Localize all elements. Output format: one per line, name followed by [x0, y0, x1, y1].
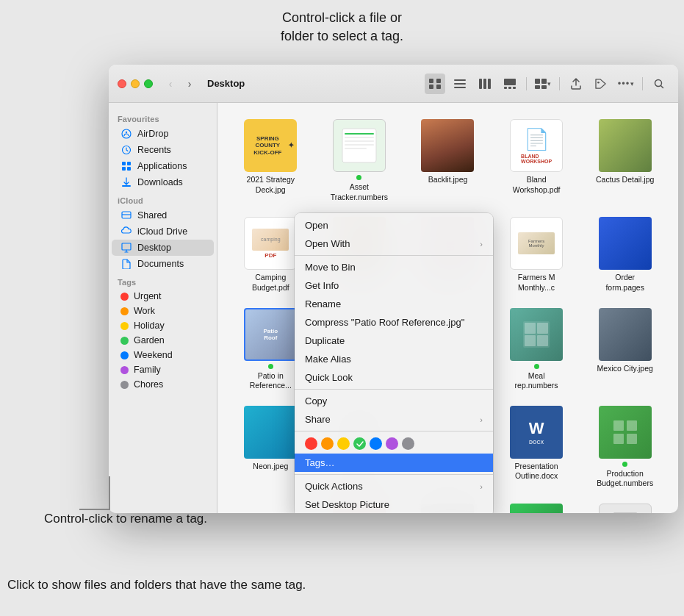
file-name: Backlit.jpeg — [428, 175, 468, 185]
sidebar-item-shared[interactable]: Shared — [112, 207, 214, 223]
maximize-button[interactable] — [144, 79, 153, 88]
close-button[interactable] — [118, 79, 126, 88]
menu-open-with[interactable]: Open With › — [295, 234, 493, 253]
sidebar-item-desktop[interactable]: Desktop — [112, 240, 214, 256]
file-item[interactable]: ZIP Work Archive.zip — [583, 499, 666, 513]
sidebar: Favourites AirDrop — [109, 103, 217, 513]
tag-color-green[interactable] — [353, 437, 366, 450]
svg-rect-24 — [127, 162, 131, 165]
svg-point-18 — [597, 81, 600, 83]
minimize-button[interactable] — [131, 79, 140, 88]
tag-button[interactable] — [591, 74, 611, 94]
forward-button[interactable]: › — [181, 75, 198, 93]
menu-quick-actions[interactable]: Quick Actions › — [295, 477, 493, 495]
view-list-button[interactable] — [450, 74, 470, 94]
shared-icon — [120, 209, 132, 221]
view-icons-button[interactable] — [425, 74, 445, 94]
file-item[interactable]: Mexico City.jpeg — [583, 304, 666, 395]
menu-compress[interactable]: Compress "Patio Roof Reference.jpg" — [295, 313, 493, 332]
share-button[interactable] — [566, 74, 586, 94]
svg-point-21 — [126, 132, 127, 133]
sidebar-item-documents[interactable]: Documents — [112, 256, 214, 272]
view-columns-button[interactable] — [475, 74, 495, 94]
desktop-icon — [120, 242, 132, 254]
holiday-dot — [120, 322, 129, 330]
sidebar-item-airdrop[interactable]: AirDrop — [112, 126, 214, 142]
svg-rect-47 — [627, 434, 637, 444]
holiday-label: Holiday — [134, 320, 165, 331]
menu-move-to-bin[interactable]: Move to Bin — [295, 258, 493, 276]
menu-get-info[interactable]: Get Info — [295, 276, 493, 295]
gallery-icon — [504, 79, 516, 89]
menu-separator-2 — [295, 389, 493, 390]
file-item[interactable]: Order form.pages — [583, 212, 666, 297]
sidebar-item-tag-weekend[interactable]: Weekend — [112, 348, 214, 362]
file-item[interactable]: FarmersMonthly Farmers M Monthly...c — [495, 212, 578, 297]
search-button[interactable] — [649, 74, 669, 94]
file-item[interactable]: Weekly Workout.numbers — [495, 499, 578, 513]
tag-color-orange[interactable] — [321, 437, 334, 450]
svg-rect-34 — [345, 144, 374, 146]
menu-rename[interactable]: Rename — [295, 295, 493, 313]
back-button[interactable]: ‹ — [162, 75, 179, 93]
sidebar-item-icloud-drive[interactable]: iCloud Drive — [112, 223, 214, 240]
menu-share[interactable]: Share › — [295, 410, 493, 429]
context-menu: Open Open With › Move to Bin Get Info Re… — [295, 213, 493, 513]
svg-rect-13 — [513, 87, 516, 89]
menu-open[interactable]: Open — [295, 216, 493, 234]
svg-rect-37 — [525, 323, 536, 334]
search-icon — [654, 79, 664, 89]
sidebar-item-tag-work[interactable]: Work — [112, 304, 214, 318]
menu-set-desktop-picture[interactable]: Set Desktop Picture — [295, 495, 493, 513]
submenu-arrow-share: › — [480, 415, 483, 424]
favourites-label: Favourites — [109, 109, 217, 126]
view-gallery-button[interactable] — [500, 74, 520, 94]
sidebar-item-recents[interactable]: Recents — [112, 142, 214, 158]
sidebar-item-downloads[interactable]: Downloads — [112, 174, 214, 190]
file-thumbnail: PatioRoof — [244, 308, 297, 361]
file-thumbnail — [599, 406, 652, 459]
submenu-arrow: › — [480, 240, 483, 248]
menu-quick-look[interactable]: Quick Look — [295, 368, 493, 387]
sidebar-item-applications[interactable]: Applications — [112, 158, 214, 174]
file-thumbnail: 📄 BLANDWORKSHOP — [510, 119, 563, 172]
sidebar-item-tag-holiday[interactable]: Holiday — [112, 318, 214, 333]
tag-color-red[interactable] — [305, 437, 317, 450]
menu-make-alias[interactable]: Make Alias — [295, 350, 493, 368]
file-item[interactable]: 📄 BLANDWORKSHOP Bland Workshop.pdf — [495, 115, 578, 207]
desktop-label: Desktop — [137, 243, 171, 253]
annotation-bottom-right: Control-click to rename a tag. — [44, 510, 207, 528]
menu-copy[interactable]: Copy — [295, 392, 493, 410]
svg-rect-35 — [345, 148, 367, 149]
svg-rect-32 — [345, 137, 374, 138]
icloud-drive-label: iCloud Drive — [137, 226, 187, 237]
tag-color-purple[interactable] — [386, 437, 398, 450]
tag-color-gray[interactable] — [402, 437, 414, 450]
tag-color-blue[interactable] — [370, 437, 382, 450]
tag-color-yellow[interactable] — [337, 437, 350, 450]
group-button[interactable]: ▾ — [533, 74, 553, 94]
menu-tags[interactable]: Tags… — [295, 454, 493, 472]
file-item[interactable]: SPRING COUNTY KICK-OFF✦ 2021 Strategy De… — [229, 115, 312, 207]
sidebar-item-tag-garden[interactable]: Garden — [112, 333, 214, 348]
svg-rect-39 — [525, 335, 536, 346]
sidebar-item-tag-chores[interactable]: Chores — [112, 377, 214, 392]
file-item[interactable]: Asset Tracker.numbers — [318, 115, 401, 207]
menu-duplicate[interactable]: Duplicate — [295, 332, 493, 350]
file-thumbnail — [244, 406, 297, 459]
more-button[interactable]: ••• ▾ — [616, 74, 636, 94]
file-item[interactable]: Cactus Detail.jpg — [583, 115, 666, 207]
file-item[interactable]: W DOCX Presentation Outline.docx — [495, 401, 578, 493]
svg-rect-31 — [345, 133, 374, 135]
file-item[interactable]: Meal rep.numbers — [495, 304, 578, 395]
file-thumbnail — [333, 119, 386, 172]
file-thumbnail: camping PDF — [244, 217, 297, 270]
file-item[interactable]: Backlit.jpeg — [406, 115, 489, 207]
svg-rect-3 — [436, 85, 441, 89]
file-name: Neon.jpeg — [253, 462, 288, 472]
file-item[interactable]: Production Budget.numbers — [583, 401, 666, 493]
urgent-label: Urgent — [134, 291, 162, 301]
sidebar-item-tag-family[interactable]: Family — [112, 362, 214, 377]
sidebar-item-tag-urgent[interactable]: Urgent — [112, 289, 214, 304]
submenu-arrow-qa: › — [480, 482, 483, 491]
